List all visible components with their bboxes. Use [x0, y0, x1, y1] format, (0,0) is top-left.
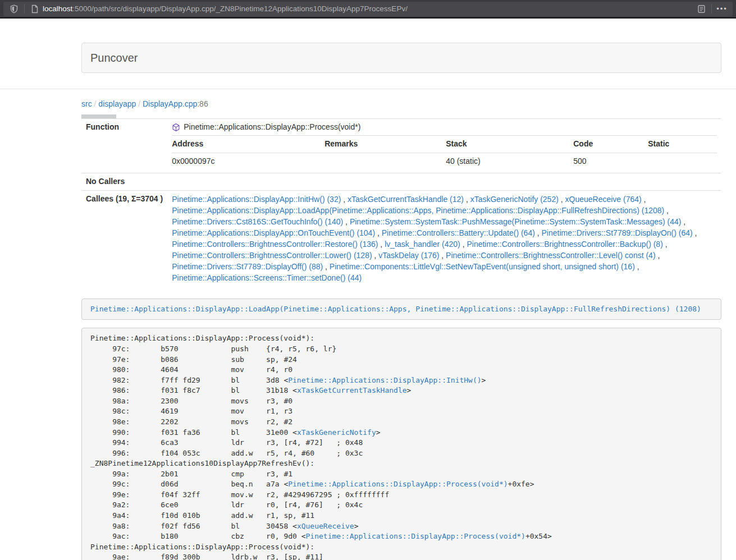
function-cell: Pinetime::Applications::DisplayApp::Proc… [167, 118, 721, 173]
code-symbol-link[interactable]: Pinetime::Applications::DisplayApp::Init… [288, 376, 481, 384]
callee-separator: , [559, 195, 565, 204]
code-symbol-link[interactable]: xTaskGenericNotify [297, 428, 376, 437]
menu-icon[interactable]: ••• [716, 3, 728, 15]
breadcrumb-link[interactable]: DisplayApp.cpp [143, 99, 197, 108]
col-header-code: Code [573, 135, 648, 153]
callee-link[interactable]: Pinetime::Controllers::BrightnessControl… [172, 240, 378, 249]
cell-remarks [324, 153, 446, 169]
reader-mode-icon[interactable] [696, 3, 707, 15]
callee-link[interactable]: Pinetime::Applications::DisplayApp::Init… [172, 195, 341, 204]
callee-separator: , [375, 228, 382, 237]
callee-link[interactable]: Pinetime::Applications::DisplayApp::OnTo… [172, 228, 375, 237]
code-symbol-link[interactable]: xQueueReceive [297, 522, 354, 530]
url-host: localhost [43, 4, 72, 13]
callee-separator: , [535, 228, 542, 237]
callee-link[interactable]: vTaskDelay (176) [378, 251, 439, 260]
cell-code: 500 [573, 153, 648, 169]
callee-separator: , [656, 251, 660, 260]
function-details-row: 0x0000097c 40 (static) 500 [172, 153, 717, 169]
callee-link[interactable]: xTaskGenericNotify (252) [470, 195, 559, 204]
callee-link[interactable]: Pinetime::Controllers::Battery::Update()… [382, 228, 535, 237]
shield-icon[interactable] [8, 3, 20, 15]
symbol-table: Function Pinetime::Applications::Display… [81, 118, 721, 286]
callee-link[interactable]: Pinetime::Controllers::BrightnessControl… [467, 240, 662, 249]
callees-label: Callees (19, Σ=3704 ) [81, 190, 167, 286]
highlighted-symbol-box: Pinetime::Applications::DisplayApp::Load… [81, 299, 721, 320]
no-callers-label: No Callers [81, 173, 167, 190]
col-header-static: Static [648, 135, 717, 153]
callee-separator: , [664, 206, 669, 215]
callee-separator: , [439, 251, 446, 260]
url-path: :5000/path/src/displayapp/DisplayApp.cpp… [72, 4, 408, 13]
urlbar[interactable]: localhost:5000/path/src/displayapp/Displ… [3, 2, 733, 16]
breadcrumb-links: src / displayapp / DisplayApp.cpp [81, 99, 197, 108]
breadcrumb-link[interactable]: displayapp [98, 99, 136, 108]
function-row: Function Pinetime::Applications::Display… [81, 118, 721, 173]
callee-link[interactable]: Pinetime::Applications::DisplayApp::Load… [172, 206, 664, 215]
callee-link[interactable]: Pinetime::Drivers::St7789::DisplayOff() … [172, 262, 323, 271]
callee-separator: , [378, 240, 385, 249]
callee-link[interactable]: Pinetime::Drivers::Cst816S::GetTouchInfo… [172, 217, 343, 226]
callee-separator: , [635, 262, 639, 271]
cell-static [648, 153, 717, 169]
code-symbol-link[interactable]: xTaskGetCurrentTaskHandle [297, 386, 407, 394]
col-header-address: Address [172, 135, 324, 153]
page-icon[interactable] [29, 3, 40, 15]
cell-address: 0x0000097c [172, 153, 324, 169]
col-header-stack: Stack [446, 135, 573, 153]
callee-link[interactable]: xQueueReceive (764) [565, 195, 642, 204]
callee-link[interactable]: xTaskGetCurrentTaskHandle (12) [348, 195, 464, 204]
highlighted-symbol-link[interactable]: Pinetime::Applications::DisplayApp::Load… [90, 305, 701, 313]
no-callers-cell [167, 173, 721, 190]
callee-link[interactable]: Pinetime::System::SystemTask::PushMessag… [350, 217, 682, 226]
callee-separator: , [372, 251, 379, 260]
page-title: Puncover [90, 52, 712, 64]
function-label: Function [81, 118, 167, 173]
breadcrumb-link[interactable]: src [81, 99, 92, 108]
code-symbol-link[interactable]: Pinetime::Applications::DisplayApp::Proc… [288, 480, 508, 488]
callee-separator: , [693, 228, 697, 237]
callee-separator: , [341, 195, 348, 204]
section-divider [0, 89, 736, 89]
package-icon [172, 123, 180, 132]
callee-separator: , [663, 240, 668, 249]
callee-separator: , [464, 195, 470, 204]
callee-separator: , [460, 240, 467, 249]
url-text[interactable]: localhost:5000/path/src/displayapp/Displ… [43, 3, 696, 14]
callees-row: Callees (19, Σ=3704 ) Pinetime::Applicat… [81, 190, 721, 286]
callee-link[interactable]: Pinetime::Applications::Screens::Timer::… [172, 273, 362, 282]
urlbar-divider [24, 4, 25, 13]
no-callers-row: No Callers [81, 173, 721, 190]
breadcrumb-line-number: :86 [197, 99, 208, 108]
breadcrumb: src / displayapp / DisplayApp.cpp:86 [81, 99, 721, 110]
disassembly-box: Pinetime::Applications::DisplayApp::Proc… [81, 328, 721, 560]
cell-stack: 40 (static) [446, 153, 573, 169]
urlbar-divider-right [711, 4, 712, 13]
code-symbol-link[interactable]: Pinetime::Applications::DisplayApp::Proc… [306, 532, 525, 540]
breadcrumb-separator: / [92, 99, 99, 108]
callees-list: Pinetime::Applications::DisplayApp::Init… [167, 190, 721, 286]
callee-link[interactable]: Pinetime::Components::LittleVgl::SetNewT… [330, 262, 635, 271]
breadcrumb-separator: / [136, 99, 143, 108]
callee-separator: , [323, 262, 330, 271]
function-name: Pinetime::Applications::DisplayApp::Proc… [184, 122, 360, 133]
browser-toolbar: localhost:5000/path/src/displayapp/Displ… [0, 0, 736, 19]
col-header-remarks: Remarks [324, 135, 446, 153]
horizontal-scrollbar-thumb[interactable] [81, 114, 116, 118]
callee-separator: , [642, 195, 646, 204]
callee-link[interactable]: Pinetime::Controllers::BrightnessControl… [446, 251, 655, 260]
callee-separator: , [343, 217, 350, 226]
callee-link[interactable]: Pinetime::Controllers::BrightnessControl… [172, 251, 372, 260]
callee-link[interactable]: lv_task_handler (420) [385, 240, 460, 249]
function-details-table: Address Remarks Stack Code Static 0x0000… [172, 135, 717, 170]
callee-separator: , [681, 217, 685, 226]
page-title-panel: Puncover [81, 43, 721, 73]
callee-link[interactable]: Pinetime::Drivers::St7789::DisplayOn() (… [542, 228, 693, 237]
